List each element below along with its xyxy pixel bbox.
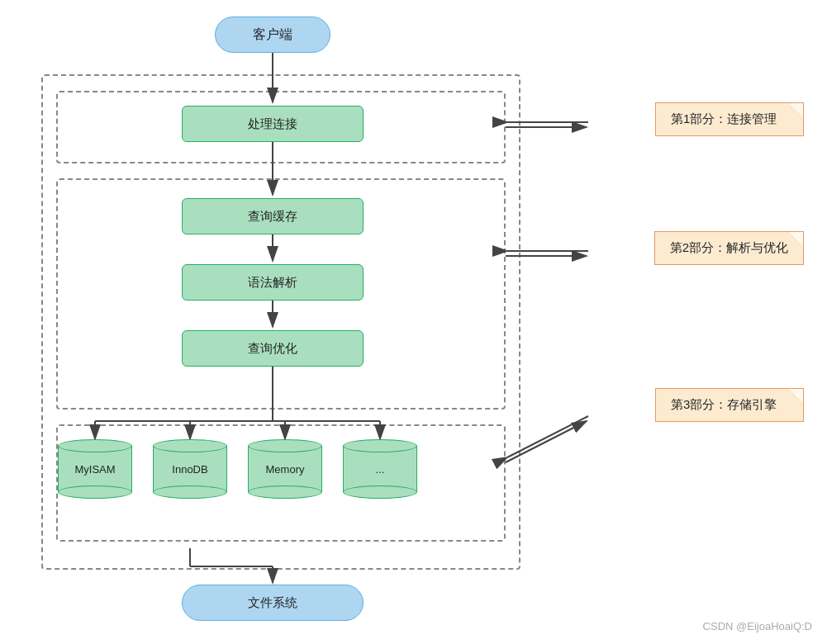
innodb-cylinder: InnoDB bbox=[153, 439, 227, 499]
client-label: 客户端 bbox=[253, 26, 292, 44]
myisam-cylinder: MyISAM bbox=[58, 439, 132, 499]
handle-connection-label: 处理连接 bbox=[248, 116, 297, 132]
client-box: 客户端 bbox=[215, 17, 330, 53]
diagram-container: 客户端 处理连接 查询缓存 语法解析 查询优化 MyISAM InnoDB Me… bbox=[0, 0, 827, 644]
note3-box: 第3部分：存储引擎 bbox=[655, 388, 804, 422]
filesystem-box: 文件系统 bbox=[182, 585, 364, 621]
myisam-label: MyISAM bbox=[74, 463, 115, 476]
filesystem-label: 文件系统 bbox=[248, 595, 297, 611]
query-cache-box: 查询缓存 bbox=[182, 198, 364, 234]
memory-label: Memory bbox=[266, 463, 305, 476]
handle-connection-box: 处理连接 bbox=[182, 106, 364, 142]
other-cylinder: ... bbox=[343, 439, 417, 499]
watermark: CSDN @EijoaHoaiQ:D bbox=[703, 620, 812, 632]
note1-box: 第1部分：连接管理 bbox=[655, 102, 804, 136]
syntax-parse-box: 语法解析 bbox=[182, 264, 364, 301]
note1-label: 第1部分：连接管理 bbox=[671, 111, 777, 125]
note3-label: 第3部分：存储引擎 bbox=[671, 397, 777, 411]
innodb-label: InnoDB bbox=[172, 463, 207, 476]
note2-label: 第2部分：解析与优化 bbox=[670, 240, 788, 254]
query-cache-label: 查询缓存 bbox=[248, 209, 297, 225]
note2-box: 第2部分：解析与优化 bbox=[654, 231, 804, 265]
memory-cylinder: Memory bbox=[248, 439, 322, 499]
syntax-parse-label: 语法解析 bbox=[248, 275, 297, 291]
query-optimize-label: 查询优化 bbox=[248, 341, 297, 357]
query-optimize-box: 查询优化 bbox=[182, 330, 364, 367]
other-label: ... bbox=[376, 463, 385, 476]
